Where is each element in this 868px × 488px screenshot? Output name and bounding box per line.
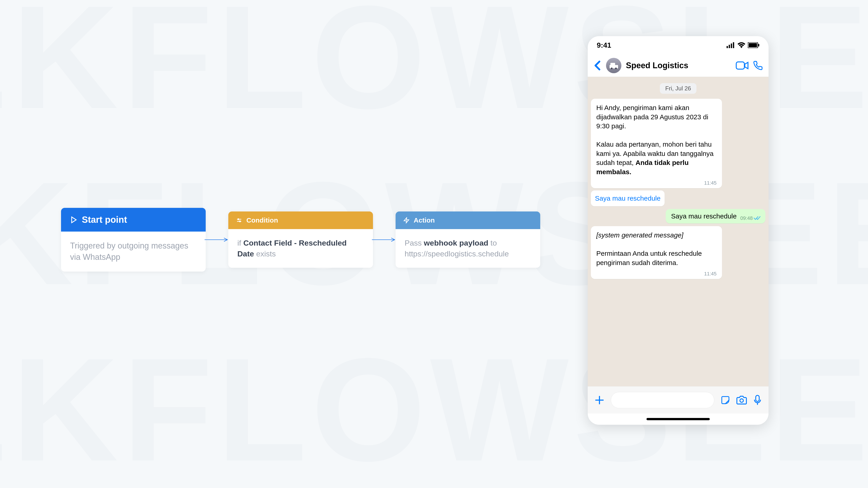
read-ticks-icon — [754, 216, 761, 221]
lightning-icon — [403, 217, 410, 223]
wifi-icon — [737, 42, 745, 48]
condition-title: Condition — [246, 217, 278, 224]
plus-icon[interactable] — [594, 395, 604, 405]
message-time: 11:45 — [704, 270, 717, 277]
mic-icon[interactable] — [753, 395, 762, 405]
action-node[interactable]: Action Pass webhook payload to https://s… — [396, 212, 540, 268]
video-icon[interactable] — [736, 61, 748, 70]
svg-point-17 — [611, 68, 613, 69]
svg-rect-19 — [736, 62, 744, 69]
avatar[interactable] — [606, 58, 621, 73]
start-body: Triggered by outgoing messages via Whats… — [61, 232, 206, 271]
status-bar: 9:41 — [588, 36, 769, 54]
action-header: Action — [396, 212, 540, 229]
svg-rect-16 — [610, 63, 615, 65]
svg-point-18 — [615, 68, 617, 69]
message-out[interactable]: Saya mau reschedule 09:48 — [666, 209, 765, 224]
status-time: 9:41 — [597, 41, 611, 50]
arrow-connector — [373, 239, 396, 240]
back-icon[interactable] — [593, 61, 601, 70]
message-in[interactable]: Hi Andy, pengiriman kami akan dijadwalka… — [591, 99, 722, 188]
play-icon — [70, 216, 78, 224]
svg-rect-11 — [733, 42, 734, 48]
status-icons — [726, 42, 760, 48]
chat-body: Fri, Jul 26 Hi Andy, pengiriman kami aka… — [588, 77, 769, 386]
phone-icon[interactable] — [753, 61, 763, 70]
phone-mockup: 9:41 Speed Logistics Fri, Jul 26 Hi Andy… — [588, 36, 769, 425]
svg-rect-24 — [756, 395, 759, 401]
svg-rect-9 — [729, 45, 730, 48]
flow-diagram: Start point Triggered by outgoing messag… — [61, 208, 540, 271]
condition-node[interactable]: Condition if Contact Field - Rescheduled… — [228, 212, 373, 268]
contact-name[interactable]: Speed Logistics — [626, 61, 731, 70]
svg-rect-14 — [758, 44, 759, 46]
svg-point-4 — [238, 219, 239, 220]
message-in[interactable]: [system generated message] Permintaan An… — [591, 226, 722, 279]
svg-point-23 — [740, 399, 743, 402]
action-body: Pass webhook payload to https://speedlog… — [396, 229, 540, 268]
start-title: Start point — [82, 215, 127, 225]
start-header: Start point — [61, 208, 206, 232]
quick-reply-button[interactable]: Saya mau reschedule — [591, 191, 664, 206]
message-time: 11:45 — [704, 180, 717, 186]
svg-rect-13 — [749, 43, 757, 47]
svg-rect-8 — [726, 46, 728, 48]
svg-rect-10 — [731, 43, 732, 48]
svg-marker-7 — [404, 218, 409, 223]
settings-icon — [236, 217, 242, 223]
chat-header: Speed Logistics — [588, 54, 769, 77]
message-input[interactable] — [611, 392, 714, 408]
home-indicator — [588, 414, 769, 425]
signal-icon — [726, 42, 735, 48]
svg-marker-20 — [745, 62, 748, 69]
chat-input-bar — [588, 386, 769, 414]
svg-marker-0 — [72, 217, 76, 223]
start-node[interactable]: Start point Triggered by outgoing messag… — [61, 208, 206, 271]
camera-icon[interactable] — [737, 395, 747, 405]
svg-point-5 — [239, 221, 241, 222]
condition-body: if Contact Field - Rescheduled Date exis… — [228, 229, 373, 268]
arrow-connector — [206, 239, 228, 240]
svg-rect-15 — [610, 65, 618, 68]
sticker-icon[interactable] — [721, 395, 730, 405]
battery-icon — [748, 42, 760, 48]
action-title: Action — [414, 217, 435, 224]
message-time: 09:48 — [740, 215, 761, 222]
condition-header: Condition — [228, 212, 373, 229]
date-badge: Fri, Jul 26 — [660, 83, 696, 94]
